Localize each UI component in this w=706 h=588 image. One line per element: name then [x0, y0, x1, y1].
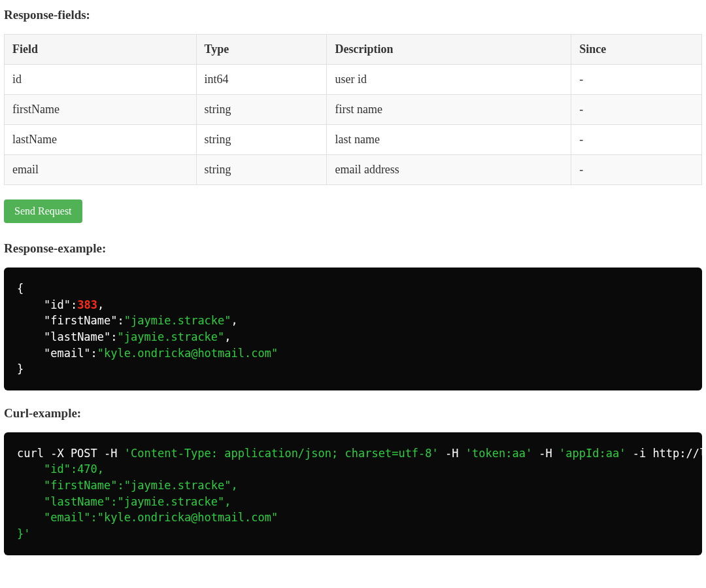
- cell-field: firstName: [5, 95, 197, 125]
- col-header-since: Since: [571, 35, 702, 65]
- cell-description: first name: [327, 95, 571, 125]
- cell-since: -: [571, 95, 702, 125]
- table-row: firstNamestringfirst name-: [5, 95, 702, 125]
- curl-body-email-line: "email":"kyle.ondricka@hotmail.com": [44, 511, 278, 524]
- table-row: emailstringemail address-: [5, 155, 702, 185]
- cell-since: -: [571, 125, 702, 155]
- table-row: lastNamestringlast name-: [5, 125, 702, 155]
- cell-field: email: [5, 155, 197, 185]
- response-fields-table: Field Type Description Since idint64user…: [4, 34, 702, 185]
- curl-token-header: 'token:aa': [465, 447, 532, 460]
- col-header-type: Type: [196, 35, 327, 65]
- curl-example-code: curl -X POST -H 'Content-Type: applicati…: [4, 432, 702, 555]
- curl-example-heading: Curl-example:: [4, 406, 702, 421]
- table-row: idint64user id-: [5, 65, 702, 95]
- response-firstname-value: "jaymie.stracke": [124, 314, 231, 327]
- response-fields-heading: Response-fields:: [4, 8, 702, 22]
- cell-type: string: [196, 155, 327, 185]
- cell-since: -: [571, 155, 702, 185]
- table-header-row: Field Type Description Since: [5, 35, 702, 65]
- response-email-value: "kyle.ondricka@hotmail.com": [97, 347, 278, 360]
- send-request-button[interactable]: Send Request: [4, 199, 82, 223]
- curl-cmd-prefix: curl -X POST -H: [17, 447, 124, 460]
- curl-body-id-line: "id":470,: [44, 462, 104, 476]
- curl-content-type: 'Content-Type: application/json; charset…: [124, 447, 439, 460]
- response-id-value: 383: [77, 298, 97, 311]
- cell-description: user id: [327, 65, 571, 95]
- curl-body-lastname-line: "lastName":"jaymie.stracke",: [44, 495, 231, 508]
- cell-field: id: [5, 65, 197, 95]
- response-lastname-value: "jaymie.stracke": [118, 330, 225, 343]
- cell-since: -: [571, 65, 702, 95]
- response-example-heading: Response-example:: [4, 241, 702, 256]
- response-example-code: { "id":383, "firstName":"jaymie.stracke"…: [4, 268, 702, 390]
- cell-type: string: [196, 95, 327, 125]
- cell-description: last name: [327, 125, 571, 155]
- col-header-field: Field: [5, 35, 197, 65]
- cell-type: int64: [196, 65, 327, 95]
- col-header-description: Description: [327, 35, 571, 65]
- cell-type: string: [196, 125, 327, 155]
- curl-appid-header: 'appId:aa': [559, 447, 626, 460]
- curl-body-close: }': [17, 527, 30, 540]
- curl-body-firstname-line: "firstName":"jaymie.stracke",: [44, 479, 238, 492]
- cell-field: lastName: [5, 125, 197, 155]
- cell-description: email address: [327, 155, 571, 185]
